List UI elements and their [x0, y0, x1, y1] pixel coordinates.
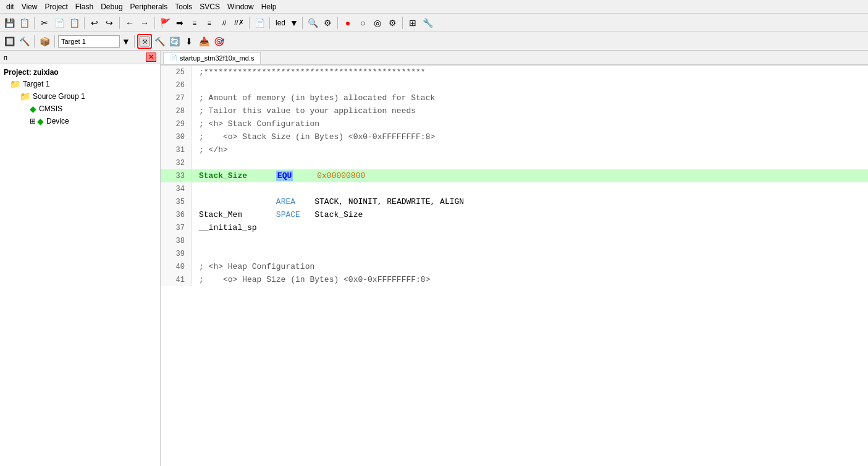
- search-button[interactable]: 🔍: [306, 16, 319, 30]
- project-label: Project: zuixiao: [0, 67, 160, 78]
- undo-button[interactable]: ↩: [88, 16, 101, 30]
- run-button[interactable]: ●: [341, 16, 355, 30]
- save-all-button[interactable]: 📋: [17, 16, 31, 30]
- line-number: 32: [161, 156, 192, 169]
- tab-bar: 📄 startup_stm32f10x_md.s: [161, 51, 868, 66]
- indent2-button[interactable]: ≡: [203, 16, 216, 30]
- wrench-button[interactable]: 🔧: [421, 16, 434, 30]
- layout-button[interactable]: ⊞: [406, 16, 419, 30]
- line-content: Stack_Size EQU 0x00000800: [192, 169, 868, 182]
- menu-project[interactable]: Project: [41, 1, 71, 12]
- table-row: 33 Stack_Size EQU 0x00000800: [161, 169, 868, 182]
- save-button[interactable]: 💾: [2, 16, 16, 30]
- chip3-button[interactable]: 📦: [38, 35, 51, 48]
- device-diamond-icon: ◆: [37, 116, 44, 126]
- download2-button[interactable]: 📥: [197, 35, 211, 48]
- toolbar1: 💾 📋 ✂ 📄 📋 ↩ ↪ ← → 🚩 ➡ ≡ ≡ // //✗ 📄 led ▼…: [0, 14, 868, 32]
- download-button[interactable]: ⬇: [182, 35, 196, 48]
- build-button[interactable]: 🔨: [153, 35, 166, 48]
- menu-help[interactable]: Help: [258, 1, 280, 12]
- translate-button[interactable]: 🔄: [167, 35, 181, 48]
- sidebar: п ✕ Project: zuixiao 📁 Target 1 📁 Source…: [0, 51, 161, 466]
- simulate-button[interactable]: 🎯: [212, 35, 225, 48]
- bookmark-button[interactable]: 🚩: [158, 16, 172, 30]
- menu-window[interactable]: Window: [224, 1, 258, 12]
- table-row: 25 ;************************************…: [161, 66, 868, 78]
- line-number: 34: [161, 182, 192, 195]
- chip2-button[interactable]: 🔨: [17, 35, 31, 48]
- line-content: __initial_sp: [192, 221, 868, 234]
- target-dropdown[interactable]: ▼: [121, 35, 131, 48]
- menu-debug[interactable]: Debug: [97, 1, 126, 12]
- forward-button[interactable]: →: [138, 16, 151, 30]
- table-row: 35 AREA STACK, NOINIT, READWRITE, ALIGN: [161, 195, 868, 208]
- sep2: [84, 17, 85, 29]
- line-number: 29: [161, 117, 192, 130]
- chip-button[interactable]: 🔲: [2, 35, 16, 48]
- circle-button[interactable]: ○: [356, 16, 369, 30]
- line-content: ; Amount of memory (in bytes) allocated …: [192, 91, 868, 104]
- options-button[interactable]: ⚒: [138, 35, 151, 48]
- sep3: [119, 17, 120, 29]
- line-content: ; <h> Heap Configuration: [192, 260, 868, 273]
- project-tree: Project: zuixiao 📁 Target 1 📁 Source Gro…: [0, 64, 160, 130]
- paste-button[interactable]: 📋: [67, 16, 81, 30]
- redo-button[interactable]: ↪: [103, 16, 116, 30]
- folder-icon: 📁: [10, 79, 20, 89]
- target1-label: Target 1: [23, 80, 49, 88]
- table-row: 39: [161, 247, 868, 260]
- table-row: 41 ; <o> Heap Size (in Bytes) <0x0-0xFFF…: [161, 273, 868, 286]
- device-label: Device: [46, 117, 69, 125]
- editor-tab[interactable]: 📄 startup_stm32f10x_md.s: [163, 52, 261, 64]
- menubar: dit View Project Flash Debug Peripherals…: [0, 0, 868, 14]
- line-number: 31: [161, 143, 192, 156]
- table-row: 36 Stack_Mem SPACE Stack_Size: [161, 208, 868, 221]
- table-row: 34: [161, 182, 868, 195]
- target1-item[interactable]: 📁 Target 1: [0, 78, 160, 90]
- cut-button[interactable]: ✂: [38, 16, 51, 30]
- device-item[interactable]: ⊞ ◆ Device: [0, 115, 160, 127]
- copy-button[interactable]: 📄: [53, 16, 66, 30]
- line-content: Stack_Mem SPACE Stack_Size: [192, 208, 868, 221]
- line-number: 30: [161, 130, 192, 143]
- target-input[interactable]: [58, 35, 120, 48]
- line-number: 38: [161, 234, 192, 247]
- tool1-button[interactable]: ⚙: [321, 16, 334, 30]
- led-label: led: [273, 19, 288, 27]
- sidebar-pin[interactable]: п: [4, 54, 7, 61]
- config-button[interactable]: ⚙: [386, 16, 399, 30]
- menu-view[interactable]: View: [18, 1, 41, 12]
- menu-tools[interactable]: Tools: [171, 1, 196, 12]
- device-expand-icon[interactable]: ⊞: [30, 117, 36, 125]
- menu-peripherals[interactable]: Peripherals: [127, 1, 172, 12]
- menu-edit[interactable]: dit: [2, 1, 18, 12]
- source-group-item[interactable]: 📁 Source Group 1: [0, 90, 160, 103]
- line-content: ; </h>: [192, 143, 868, 156]
- code-editor[interactable]: 25 ;************************************…: [161, 66, 868, 466]
- table-row: 40 ; <h> Heap Configuration: [161, 260, 868, 273]
- line-content: ;***************************************…: [192, 66, 868, 78]
- line-content: [192, 78, 868, 91]
- cmsis-item[interactable]: ◆ CMSIS: [0, 103, 160, 115]
- line-number: 36: [161, 208, 192, 221]
- menu-svcs[interactable]: SVCS: [196, 1, 224, 12]
- sidebar-close[interactable]: ✕: [146, 53, 156, 62]
- table-row: 31 ; </h>: [161, 143, 868, 156]
- indent-button[interactable]: ≡: [188, 16, 201, 30]
- table-row: 26: [161, 78, 868, 91]
- line-content: ; Tailor this value to your application …: [192, 104, 868, 117]
- uncomment-button[interactable]: //✗: [232, 16, 246, 30]
- line-number: 27: [161, 91, 192, 104]
- line-number: 39: [161, 247, 192, 260]
- svg-text:⚒: ⚒: [142, 38, 148, 45]
- line-number: 33: [161, 169, 192, 182]
- line-content: ; <h> Stack Configuration: [192, 117, 868, 130]
- comment-button[interactable]: //: [217, 16, 231, 30]
- next-bookmark-button[interactable]: ➡: [173, 16, 187, 30]
- sep4: [154, 17, 155, 29]
- back-button[interactable]: ←: [123, 16, 137, 30]
- edit-icon-btn[interactable]: 📄: [253, 16, 266, 30]
- led-dropdown[interactable]: ▼: [289, 16, 299, 30]
- menu-flash[interactable]: Flash: [72, 1, 97, 12]
- ring-button[interactable]: ◎: [371, 16, 384, 30]
